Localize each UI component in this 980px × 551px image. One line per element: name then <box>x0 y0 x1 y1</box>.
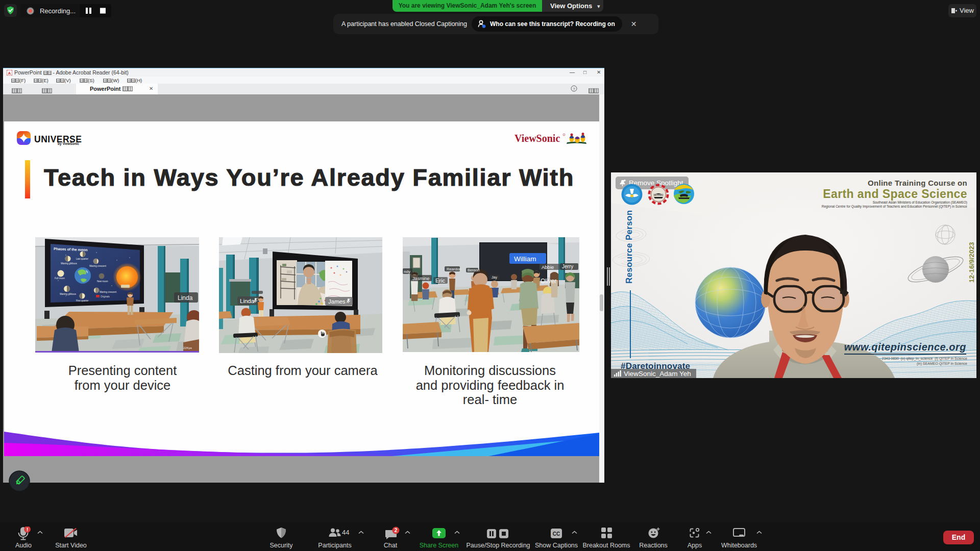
svg-text:Waning crescent: Waning crescent <box>100 291 117 293</box>
svg-text:New moon: New moon <box>97 280 108 283</box>
svg-text:Oliver: Oliver <box>541 278 556 285</box>
svg-text:Last quarter: Last quarter <box>76 258 89 260</box>
svg-text:ndy: ndy <box>404 269 410 274</box>
svg-text:Jay: Jay <box>492 276 497 280</box>
svg-text:James: James <box>328 298 346 305</box>
svg-text:A: A <box>8 71 11 76</box>
svg-text:Waxing crescent: Waxing crescent <box>89 265 107 267</box>
svg-text:CC: CC <box>553 531 560 537</box>
svg-text:First quarter: First quarter <box>76 299 89 302</box>
svg-text:William: William <box>514 255 536 263</box>
svg-text:SEAMEO: SEAMEO <box>653 194 664 196</box>
svg-text:Benson: Benson <box>468 268 480 272</box>
svg-text:Originals: Originals <box>101 295 110 298</box>
svg-text:Full moon: Full moon <box>55 277 65 280</box>
svg-text:Linda: Linda <box>178 294 193 302</box>
svg-text:Waning gibbous: Waning gibbous <box>60 293 77 295</box>
svg-text:Jasmine: Jasmine <box>412 276 430 281</box>
svg-text:2: 2 <box>395 528 398 533</box>
svg-text:Waxing gibbous: Waxing gibbous <box>61 262 78 265</box>
svg-text:Reardon: Reardon <box>447 267 461 271</box>
svg-text:22Kps: 22Kps <box>183 346 192 349</box>
svg-text:ViewSonic: ViewSonic <box>514 133 560 144</box>
svg-text:Linda: Linda <box>240 298 255 304</box>
svg-text:Jerry: Jerry <box>562 264 573 269</box>
svg-text:?: ? <box>573 87 575 91</box>
svg-text:Eric: Eric <box>435 278 445 284</box>
svg-text:Abbie: Abbie <box>542 264 554 270</box>
